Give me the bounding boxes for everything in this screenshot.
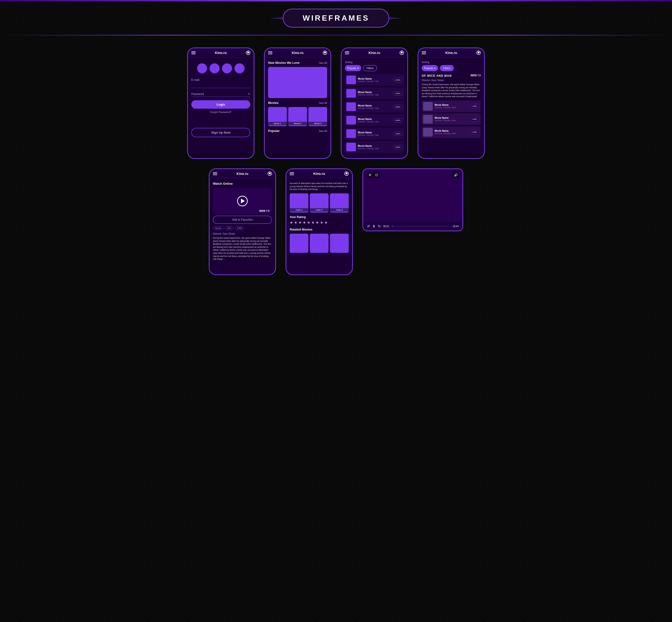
star-4[interactable]: ★: [303, 220, 306, 225]
tag-year[interactable]: 1994: [235, 226, 244, 230]
star-1[interactable]: ★: [290, 220, 293, 225]
video-screen: ✕ ⊡ 🔊: [363, 169, 463, 222]
new-movies-see-all[interactable]: See All: [319, 61, 327, 64]
related-movie-2[interactable]: [310, 234, 329, 253]
user-profile-icon-6[interactable]: [344, 172, 349, 176]
tag-drama[interactable]: drama: [213, 226, 224, 230]
description-text: During the Great Depression, the quick-w…: [422, 83, 481, 98]
list-item[interactable]: Movie Name Genres, Country, Year LABEL: [345, 74, 404, 85]
sort-option: Popular: [347, 67, 357, 70]
actor-thumb-3[interactable]: Actor 3: [330, 193, 349, 212]
movies-section-header: Movies See All: [268, 101, 327, 105]
related-movie-1[interactable]: [290, 234, 308, 253]
tag-usa[interactable]: USA: [225, 226, 234, 230]
progress-bar[interactable]: [392, 226, 449, 227]
user-profile-icon-2[interactable]: [323, 50, 327, 55]
movie-list-info: Movie Name Genres, Country, Year: [358, 118, 391, 123]
star-9[interactable]: ★: [324, 220, 328, 225]
detail-sort-dropdown[interactable]: Popular ▾: [422, 65, 438, 71]
list-item[interactable]: Movie Name Genres, Country, Year LABEL: [345, 128, 404, 139]
movie-list-name: Movie Name: [358, 118, 391, 120]
pause-button[interactable]: ⏸: [372, 224, 376, 228]
hamburger-menu-icon-2[interactable]: [268, 51, 272, 54]
star-3[interactable]: ★: [298, 220, 302, 225]
star-5[interactable]: ★: [307, 220, 310, 225]
rating-label: Your Rating: [290, 215, 349, 219]
actors-grid: Actor 1 Actor 2 Actor 3: [290, 193, 349, 212]
login-screen: Kino.ru E-mail Password 👁 Login: [187, 47, 255, 159]
movie-thumb-3[interactable]: Movie 3: [308, 107, 327, 126]
movie-thumb-2[interactable]: Movie 2: [288, 107, 307, 126]
watch-online-app-name: Kino.ru: [217, 172, 268, 176]
movie-thumb-label-3: Movie 3: [308, 122, 327, 125]
detail-movie-item-2[interactable]: Movie Name Genres, Country, Year LABEL: [422, 113, 481, 125]
hamburger-menu-icon-3[interactable]: [345, 51, 349, 54]
signup-button[interactable]: Sign Up Now: [191, 128, 250, 137]
actor-thumb-2[interactable]: Actor 2: [310, 193, 329, 212]
logo-circle-1: [197, 63, 207, 73]
star-7[interactable]: ★: [315, 220, 319, 225]
movie-label-badge: LABEL: [393, 92, 402, 96]
movie-label-badge: LABEL: [393, 105, 402, 109]
hamburger-menu-icon-5[interactable]: [213, 172, 217, 175]
list-item[interactable]: Movie Name Genres, Country, Year LABEL: [345, 88, 404, 99]
popular-title: Popular: [268, 129, 279, 133]
detail-movie-item-1[interactable]: Movie Name Genres, Country, Year LABEL: [422, 101, 481, 112]
filter-button[interactable]: Filters: [363, 65, 377, 71]
volume-button[interactable]: 🔊: [452, 172, 459, 178]
detail-movie-meta-2: Genres, Country, Year: [435, 119, 468, 122]
video-player-small: IMDB 7:5: [213, 188, 272, 214]
logo-circle-3: [222, 63, 232, 73]
hamburger-menu-icon-6[interactable]: [290, 172, 294, 175]
actors-body: accused of attempted rape when he touche…: [286, 178, 352, 274]
hamburger-menu-icon-4[interactable]: [422, 51, 426, 54]
detail-sort-option: Popular: [424, 67, 433, 70]
play-button[interactable]: [237, 196, 248, 206]
sorting-screen: Kino.ru Sorting Popular ▾ Filters Movie …: [341, 47, 408, 159]
user-profile-icon-4[interactable]: [476, 50, 481, 55]
close-button[interactable]: ✕: [367, 172, 373, 178]
detail-app-name: Kino.ru: [426, 51, 476, 55]
actor-label-3: Actor 3: [330, 208, 349, 212]
user-profile-icon-5[interactable]: [268, 172, 272, 176]
movie-list-meta: Genres, Country, Year: [358, 120, 391, 123]
forward-button[interactable]: ↻: [378, 224, 381, 228]
movie-thumb-1[interactable]: Movie 1: [268, 107, 287, 126]
actor-thumb-1[interactable]: Actor 1: [290, 193, 308, 212]
list-item[interactable]: Movie Name Genres, Country, Year LABEL: [345, 141, 404, 153]
list-item[interactable]: Movie Name Genres, Country, Year LABEL: [345, 101, 404, 112]
movie-list-info: Movie Name Genres, Country, Year: [358, 77, 391, 82]
user-profile-icon-3[interactable]: [400, 50, 404, 55]
movie-list-meta: Genres, Country, Year: [358, 107, 391, 109]
rewind-button[interactable]: ↺: [367, 224, 370, 228]
detail-filter-button[interactable]: Filters: [440, 65, 454, 71]
chevron-down-icon-2: ▾: [434, 67, 436, 70]
detail-body: Sorting Popular ▾ Filters OF MICE AND MA…: [418, 58, 484, 153]
star-2[interactable]: ★: [294, 220, 297, 225]
movie-list-meta: Genres, Country, Year: [358, 147, 391, 150]
email-input[interactable]: [191, 82, 250, 88]
forgot-password-link[interactable]: Forgot Password?: [191, 111, 250, 113]
movies-grid: Movie 1 Movie 2 Movie 3: [268, 107, 327, 126]
user-profile-icon[interactable]: [246, 50, 250, 55]
password-input[interactable]: [204, 92, 247, 97]
list-item[interactable]: Movie Name Genres, Country, Year LABEL: [345, 114, 404, 126]
detail-movie-item-3[interactable]: Movie Name Genres, Country, Year LABEL: [422, 127, 481, 138]
fullscreen-button[interactable]: ⊡: [373, 172, 380, 178]
login-button[interactable]: Login: [191, 100, 250, 109]
hamburger-menu-icon[interactable]: [191, 51, 196, 54]
star-6[interactable]: ★: [311, 220, 315, 225]
imdb-corner-label: IMDB 7:5: [259, 210, 270, 212]
movies-see-all[interactable]: See All: [319, 101, 327, 104]
add-favorites-button[interactable]: Add to Favorites: [213, 216, 272, 224]
star-8[interactable]: ★: [320, 220, 323, 225]
new-movies-title: New Movies We Love: [268, 61, 300, 65]
screen-row-2: Kino.ru Watch Online IMDB 7:5 Add to Fav…: [0, 168, 672, 275]
popular-see-all[interactable]: See All: [319, 130, 327, 132]
detail-label-badge-3: LABEL: [470, 130, 479, 134]
sort-dropdown[interactable]: Popular ▾: [345, 65, 361, 71]
actor-label-2: Actor 2: [310, 208, 329, 212]
detail-movie-thumb-1: [423, 102, 433, 111]
related-movie-3[interactable]: [330, 234, 349, 253]
movie-label-badge: LABEL: [393, 78, 402, 82]
